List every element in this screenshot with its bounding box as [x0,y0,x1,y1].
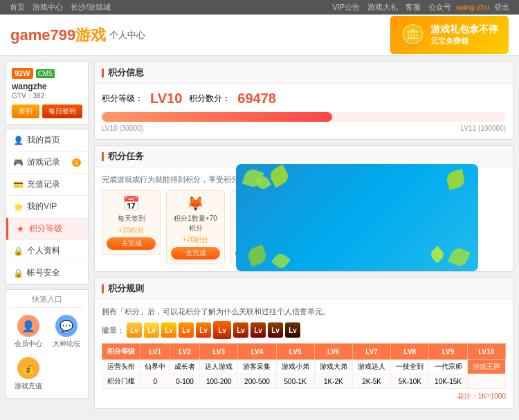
progress-current-label: LV10 (30000) [102,125,143,132]
cell-r0-lv5: 游戏小弟 [276,360,314,374]
task-checkin-reward: +10积分 [107,226,156,235]
points-info-row: 积分等级： LV10 积分数分： 69478 [102,91,506,107]
cell-r1-lv1: 0 [140,374,170,389]
sidebar-label-my-page: 我的首页 [27,134,60,146]
level-label: 积分等级： [102,93,143,104]
lvl-icon-2: Lv [144,322,159,338]
cell-r1-lv7: 2K-5K [353,374,391,389]
task-points-name: 积分1数量+70积分 [171,214,220,233]
logo-play-text: 游戏 [75,26,106,44]
row-threshold-label: 积分门槛 [102,374,140,389]
user-stats: GTV：382 [12,91,82,101]
th-lv7: LV7 [353,344,391,360]
task-card-checkin: 📅 每天签到 +10积分 去完成 [102,190,161,255]
forum-icon: 💬 [55,315,78,337]
cell-r1-lv2: 0-100 [170,374,200,389]
daily-signin-button[interactable]: 每日签到 [42,104,82,118]
lvl-icon-1: Lv [127,322,142,338]
quick-item-forum[interactable]: 💬 大神论坛 [48,312,84,351]
th-lv8: LV8 [391,344,429,360]
cell-r0-lv9: 一代宗师 [429,360,467,374]
quick-item-recharge[interactable]: 💰 游戏充值 [10,354,46,394]
nav-gift[interactable]: 游戏大礼 [367,3,398,11]
sidebar-item-game-record[interactable]: 🎮 游戏记录 5 [6,152,88,174]
lvl-icon-3: Lv [161,322,176,338]
sidebar-item-profile[interactable]: 🔒 个人资料 [6,240,88,262]
sidebar-label-recharge: 充值记录 [27,179,60,190]
nav-qrcode[interactable]: 公众号 [428,3,451,11]
sidebar-item-recharge[interactable]: 💳 充值记录 [6,174,88,196]
cell-r1-lv5: 500-1K [276,374,314,389]
leaf-6 [445,169,466,190]
leaf-5 [271,251,291,271]
quick-entry-grid: 👤 会员中心 💬 大神论坛 💰 游戏充值 [10,312,84,394]
game-record-badge: 5 [72,158,81,167]
nav-regional[interactable]: 长沙/游戏城 [71,3,111,11]
nav-left: 首页 游戏中心 长沙/游戏城 [7,2,113,12]
task-checkin-icon: 📅 [107,195,156,212]
cell-r0-lv1: 仙界中 [140,360,170,374]
level-icons-row: 徽章： Lv Lv Lv Lv Lv Lv Lv Lv Lv Lv [102,321,506,339]
cell-r0-lv4: 游客采集 [238,360,276,374]
task-checkin-button[interactable]: 去完成 [107,237,156,250]
lvl-icon-7: Lv [233,322,248,338]
nav-home[interactable]: 首页 [10,3,25,11]
leaf-7 [448,246,471,268]
task-item-1: 🦊 积分1数量+70积分 +70积分 去完成 [166,190,225,264]
game-record-icon: 🎮 [13,158,23,167]
sidebar-item-my-page[interactable]: 👤 我的首页 [6,129,88,152]
logo-sub: 个人中心 [109,29,145,42]
sidebar-item-points[interactable]: ★ 积分等级 [6,218,88,240]
th-lv9: LV9 [429,344,467,360]
points-value: 69478 [237,91,276,107]
cell-r0-lv7: 游戏达人 [353,360,391,374]
cell-r0-lv10: 游戏王牌 [467,360,505,374]
logo-area: game799游戏 个人中心 [10,25,145,46]
rules-table: 积分等级 LV1 LV2 LV3 LV4 LV5 LV6 LV7 LV8 LV9… [102,343,506,389]
logo: game799游戏 [10,25,106,46]
cms-badge: CM5 [36,69,55,78]
logo-799-text: 799 [50,26,75,44]
logo-game-text: game [10,26,50,44]
nav-contact[interactable]: 客服 [406,3,421,11]
header-banner[interactable]: 🪙 游戏礼包拿不停 元宝免费领 [390,16,509,54]
game-recharge-icon: 💰 [17,357,39,379]
sidebar-label-security: 帐号安全 [27,267,60,279]
nav-game-center[interactable]: 游戏中心 [33,3,63,11]
nav-vip[interactable]: VIP公告 [332,3,360,11]
row-title-label: 运营头衔 [102,360,140,374]
table-row-title: 运营头衔 仙界中 成长者 达人游戏 游客采集 游戏小弟 游戏大弟 游戏达人 一技… [102,360,506,374]
vip-icon: ⭐ [13,202,23,212]
sidebar-menu: 👤 我的首页 🎮 游戏记录 5 💳 充值记录 ⭐ 我的VIP ★ 积分等级 � [6,129,89,285]
cell-r0-lv8: 一技全到 [391,360,429,374]
quick-label-forum: 大神论坛 [53,339,80,349]
coins-icon: 🪙 [401,24,425,46]
checkin-button[interactable]: 签到 [12,104,39,118]
total-label: 积分数分： [189,93,230,104]
overlay-popup[interactable] [236,164,478,271]
nav-logout[interactable]: 登出 [494,3,509,11]
cell-r0-lv6: 游戏大弟 [314,360,352,374]
task-card-points: 🦊 积分1数量+70积分 +70积分 去完成 [166,190,225,264]
checkin-area: 签到 每日签到 [12,104,82,118]
content-area: 积分信息 积分等级： LV10 积分数分： 69478 LV10 (30000)… [94,62,513,414]
points-icon: ★ [15,224,25,234]
sidebar-label-vip: 我的VIP [27,201,57,212]
th-lv3: LV3 [200,344,238,360]
quick-item-member[interactable]: 👤 会员中心 [10,312,46,351]
task-points-reward: +70积分 [171,235,220,245]
sidebar-item-security[interactable]: 🔒 帐号安全 [6,262,88,284]
cell-r1-lv10: 15K-30K [467,374,505,389]
rules-header: 积分规则 [95,278,513,300]
task-points-button[interactable]: 去完成 [171,247,220,259]
lvl-icon-4: Lv [179,322,194,338]
cell-r1-lv9: 10K-15K [429,374,467,389]
rules-desc: 拥有「积分」后，可以花积分了解为什么关联和过往个人信誉单元。 [102,307,506,317]
member-center-icon: 👤 [17,315,39,337]
cell-r0-lv3: 达人游戏 [200,360,238,374]
my-page-icon: 👤 [13,136,23,145]
cell-r1-lv8: 5K-10K [391,374,429,389]
sidebar-item-vip[interactable]: ⭐ 我的VIP [6,196,88,218]
leaf-8 [428,246,446,263]
th-level: 积分等级 [102,344,140,360]
